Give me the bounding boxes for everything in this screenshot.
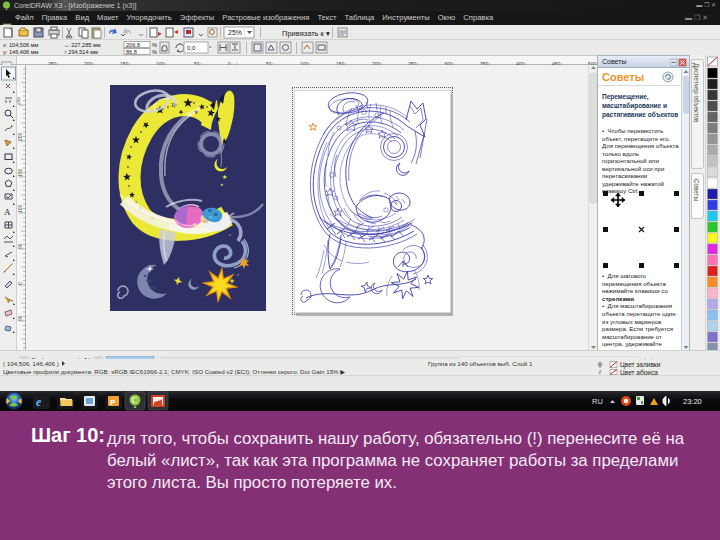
- svg-text:C: C: [132, 396, 138, 405]
- svg-text:Цветовые профили документа: RG: Цветовые профили документа: RGB: sRGB IE…: [3, 368, 345, 375]
- svg-text:e: e: [36, 395, 42, 409]
- svg-text:200: 200: [17, 132, 23, 141]
- svg-text:%: %: [152, 49, 157, 55]
- svg-text:50: 50: [17, 315, 23, 321]
- svg-text:50: 50: [17, 243, 23, 249]
- svg-text:y: 146,406 мм: y: 146,406 мм: [3, 49, 39, 55]
- svg-text:A: A: [4, 207, 11, 217]
- svg-text:0,0: 0,0: [187, 45, 196, 51]
- svg-text:x: 104,506 мм: x: 104,506 мм: [3, 42, 39, 48]
- svg-text:%: %: [152, 42, 157, 48]
- svg-text:100: 100: [17, 204, 23, 213]
- svg-text:( 104,506, 146,406 ): ( 104,506, 146,406 ): [3, 360, 59, 367]
- svg-text:86,8: 86,8: [126, 49, 137, 55]
- svg-text:P: P: [110, 398, 116, 407]
- svg-text:Привязать к ▾: Привязать к ▾: [282, 29, 330, 38]
- svg-text:0: 0: [17, 282, 23, 285]
- svg-text:Группа из 140 объектов выб. Сл: Группа из 140 объектов выб. Слой 1: [428, 360, 533, 367]
- svg-text:25%: 25%: [228, 29, 242, 36]
- svg-text:206,8: 206,8: [126, 42, 140, 48]
- svg-text:RU: RU: [592, 397, 603, 406]
- svg-text:°: °: [209, 45, 212, 51]
- svg-text:↕ 294,514 мм: ↕ 294,514 мм: [64, 49, 98, 55]
- svg-text:23:20: 23:20: [683, 397, 702, 406]
- svg-text:250: 250: [17, 96, 21, 105]
- svg-text:150: 150: [17, 168, 23, 177]
- svg-text:↔ 227,285 мм: ↔ 227,285 мм: [64, 42, 101, 48]
